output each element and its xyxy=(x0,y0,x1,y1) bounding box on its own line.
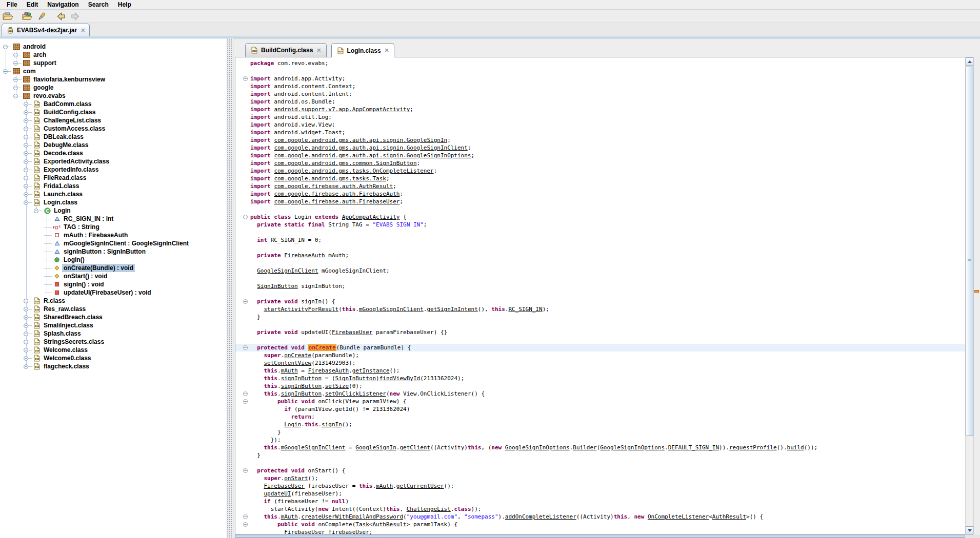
fold-collapse-icon[interactable] xyxy=(243,215,248,219)
tree-item-challengelist-class[interactable]: 010 ChallengeList.class xyxy=(0,116,227,125)
close-icon[interactable]: ✕ xyxy=(384,48,389,53)
expand-handle-icon[interactable] xyxy=(24,127,28,131)
code-link[interactable]: mAuth xyxy=(281,367,298,374)
code-link[interactable]: DEFAULT_SIGN_IN xyxy=(668,444,719,451)
tree-item-android[interactable]: android xyxy=(0,43,227,51)
code-link[interactable]: onStart xyxy=(284,475,308,482)
tree-item-dbleak-class[interactable]: 010 DBLeak.class xyxy=(0,133,227,141)
code-link[interactable]: startActivityForResult xyxy=(264,306,339,313)
tree-item-oncreate-bundle-void[interactable]: onCreate(Bundle) : void xyxy=(0,264,227,272)
tree-item-welcome0-class[interactable]: 010 Welcome0.class xyxy=(0,354,227,362)
code-link[interactable]: getSignInIntent xyxy=(427,306,477,313)
tree-item-res-raw-class[interactable]: 010 Res_raw.class xyxy=(0,305,227,313)
open-type-button[interactable] xyxy=(21,11,34,22)
expand-handle-icon[interactable] xyxy=(24,364,28,369)
code-link[interactable]: addOnCompleteListener xyxy=(505,513,576,520)
code-link[interactable]: FirebaseUser xyxy=(264,483,305,489)
code-link[interactable]: Login xyxy=(284,421,301,428)
code-link[interactable]: mGoogleSignInClient xyxy=(359,306,424,313)
close-icon[interactable]: ✕ xyxy=(79,28,85,33)
expand-handle-icon[interactable] xyxy=(24,315,28,320)
code-link[interactable]: android.support.v7.app.AppCompatActivity xyxy=(274,106,410,113)
code-link[interactable]: GoogleSignIn xyxy=(355,444,396,451)
code-link[interactable]: GoogleSignInOptions xyxy=(505,444,570,451)
code-link[interactable]: findViewById xyxy=(379,375,420,382)
expand-handle-icon[interactable] xyxy=(24,307,28,312)
expand-handle-icon[interactable] xyxy=(24,176,28,180)
code-link[interactable]: AuthResult xyxy=(372,521,406,528)
code-link[interactable]: com.google.android.gms.auth.api.signin.G… xyxy=(274,144,468,151)
tree-item-welcome-class[interactable]: 010 Welcome.class xyxy=(0,346,227,354)
collapse-handle-icon[interactable] xyxy=(3,69,8,74)
tree-item-login[interactable]: Login() xyxy=(0,256,227,264)
tree-item-fileread-class[interactable]: 010 FileRead.class xyxy=(0,174,227,182)
fold-collapse-icon[interactable] xyxy=(243,299,248,304)
code-link[interactable]: mGoogleSignInClient xyxy=(281,444,346,451)
tree-item-login[interactable]: C Login xyxy=(0,206,227,215)
code-link[interactable]: ChallengeList xyxy=(407,506,451,512)
tree-item-badcomm-class[interactable]: 010 BadComm.class xyxy=(0,100,227,108)
code-link[interactable]: SignInButton xyxy=(335,375,376,382)
tree-item-support[interactable]: support xyxy=(0,59,227,67)
menu-navigation[interactable]: Navigation xyxy=(43,1,83,9)
collapse-handle-icon[interactable] xyxy=(24,200,28,205)
tree-item-revo-evabs[interactable]: revo.evabs xyxy=(0,92,227,100)
tree-item-google[interactable]: google xyxy=(0,84,227,92)
tree-item-r-class[interactable]: 010 R.class xyxy=(0,297,227,305)
expand-handle-icon[interactable] xyxy=(24,192,28,197)
expand-handle-icon[interactable] xyxy=(24,340,28,344)
scrollbar-thumb[interactable] xyxy=(966,67,973,436)
expand-handle-icon[interactable] xyxy=(24,159,28,164)
scroll-up-button[interactable] xyxy=(966,57,973,66)
tree-item-signin-void[interactable]: signIn() : void xyxy=(0,280,227,288)
tree-item-login-class[interactable]: 010 Login.class xyxy=(0,198,227,206)
tree-item-stringssecrets-class[interactable]: 010 StringsSecrets.class xyxy=(0,338,227,346)
code-link[interactable]: getClient xyxy=(399,444,430,451)
expand-handle-icon[interactable] xyxy=(24,110,28,115)
tree-item-flagcheck-class[interactable]: 010 flagcheck.class xyxy=(0,362,227,370)
code-link[interactable]: com.google.android.gms.auth.api.signin.G… xyxy=(274,137,447,143)
expand-handle-icon[interactable] xyxy=(24,151,28,156)
expand-handle-icon[interactable] xyxy=(24,143,28,148)
collapse-handle-icon[interactable] xyxy=(34,209,38,213)
fold-collapse-icon[interactable] xyxy=(243,522,248,527)
menu-edit[interactable]: Edit xyxy=(22,1,43,9)
tree-item-debugme-class[interactable]: 010 DebugMe.class xyxy=(0,141,227,149)
back-button[interactable] xyxy=(54,11,68,22)
code-link[interactable]: mAuth xyxy=(281,513,298,520)
fold-collapse-icon[interactable] xyxy=(243,345,248,350)
menu-file[interactable]: File xyxy=(2,1,22,9)
code-link[interactable]: signIn xyxy=(322,421,342,428)
code-link[interactable]: requestProfile xyxy=(729,444,777,451)
expand-handle-icon[interactable] xyxy=(24,323,28,328)
tree-item-flaviofaria-kenburnsview[interactable]: flaviofaria.kenburnsview xyxy=(0,75,227,84)
code-link[interactable]: GoogleSignInClient xyxy=(257,267,318,274)
tree-item-launch-class[interactable]: 010 Launch.class xyxy=(0,190,227,198)
expand-handle-icon[interactable] xyxy=(24,135,28,139)
editor-tab-login-class[interactable]: 010 Login.class✕ xyxy=(331,43,394,57)
code-link[interactable]: onCreate xyxy=(284,352,311,359)
code-link[interactable]: com.google.firebase.auth.FirebaseAuth xyxy=(274,191,399,197)
close-icon[interactable]: ✕ xyxy=(315,48,321,53)
menu-help[interactable]: Help xyxy=(113,1,136,9)
tree-item-updateui-firebaseuser-void[interactable]: updateUI(FirebaseUser) : void xyxy=(0,288,227,297)
tree-item-tag-string[interactable]: F S TAG : String xyxy=(0,223,227,231)
fold-collapse-icon[interactable] xyxy=(243,514,248,519)
code-link[interactable]: com.google.android.gms.tasks.Task xyxy=(274,175,386,182)
code-link[interactable]: createUserWithEmailAndPassword xyxy=(301,513,403,520)
horizontal-scrollbar[interactable] xyxy=(235,535,965,538)
tree-item-customaccess-class[interactable]: 010 CustomAccess.class xyxy=(0,125,227,133)
expand-handle-icon[interactable] xyxy=(24,118,28,123)
code-link[interactable]: Builder xyxy=(573,444,596,451)
expand-handle-icon[interactable] xyxy=(24,299,28,303)
tree-item-exportedinfo-class[interactable]: 010 ExportedInfo.class xyxy=(0,165,227,174)
expand-handle-icon[interactable] xyxy=(13,53,18,57)
code-link[interactable]: signInButton xyxy=(281,390,322,397)
code-link[interactable]: signInButton xyxy=(281,383,322,389)
tree-item-decode-class[interactable]: 010 Decode.class xyxy=(0,149,227,157)
tree-item-mgooglesigninclient-googlesigninclient[interactable]: mGoogleSignInClient : GoogleSignInClient xyxy=(0,239,227,247)
code-link[interactable]: AppCompatActivity xyxy=(342,214,400,220)
code-link[interactable]: getCurrentUser xyxy=(396,483,444,489)
jar-tab[interactable]: 010 EVABSv4-dex2jar.jar ✕ xyxy=(2,24,90,36)
fold-collapse-icon[interactable] xyxy=(243,76,248,81)
